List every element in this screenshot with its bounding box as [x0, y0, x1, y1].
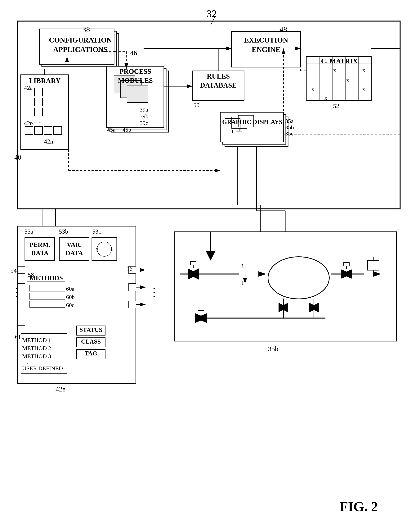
svg-marker-131: [195, 313, 207, 323]
svg-rect-31: [34, 88, 42, 96]
ref-42n: 42n: [44, 138, 53, 145]
svg-marker-107: [188, 268, 199, 280]
svg-text:x: x: [96, 246, 98, 251]
ref-35b: 35b: [285, 124, 294, 131]
svg-rect-35: [44, 98, 52, 106]
svg-rect-78: [92, 238, 117, 261]
svg-marker-127: [309, 303, 319, 312]
process-modules-label: PROCESSMODULES: [108, 67, 163, 85]
svg-rect-38: [44, 108, 52, 116]
user-defined-label: USER DEFINED: [22, 365, 63, 371]
svg-text:⋮: ⋮: [148, 286, 160, 298]
ref-54: 54: [11, 267, 17, 274]
rules-db-ref: 50: [193, 102, 199, 109]
svg-marker-128: [309, 303, 319, 312]
svg-rect-121: [344, 263, 349, 266]
perm-data-label: PERM.DATA: [25, 240, 54, 257]
svg-rect-36: [25, 108, 33, 116]
svg-rect-86: [18, 318, 25, 325]
svg-marker-124: [279, 303, 288, 312]
svg-text:x: x: [324, 95, 327, 101]
svg-rect-29: [220, 112, 283, 142]
var-data-label: VAR.DATA: [60, 240, 89, 257]
svg-rect-37: [34, 108, 42, 116]
svg-text:x: x: [362, 86, 365, 92]
svg-text:⋮: ⋮: [11, 286, 23, 298]
ref-53a: 53a: [25, 228, 33, 235]
ref-60b: 60b: [66, 294, 75, 300]
ref-53c: 53c: [92, 228, 101, 235]
ref-39c: 39c: [140, 120, 148, 126]
svg-text:↑: ↑: [241, 262, 244, 268]
svg-rect-32: [44, 88, 52, 96]
svg-rect-41: [44, 126, 52, 134]
ref-45b: 45b: [123, 126, 131, 133]
svg-marker-125: [279, 303, 288, 312]
ref-53b: 53b: [59, 228, 68, 235]
ref-61: 61: [15, 333, 21, 340]
tag-label: TAG: [77, 350, 105, 357]
ref-35c: 35c: [285, 130, 294, 137]
svg-rect-94: [30, 285, 65, 291]
svg-rect-85: [18, 301, 25, 308]
svg-marker-130: [195, 313, 207, 323]
ref-35a: 35a: [285, 118, 294, 124]
svg-rect-96: [30, 301, 65, 307]
svg-rect-133: [198, 307, 204, 310]
svg-rect-89: [129, 301, 136, 308]
svg-text:x: x: [333, 67, 336, 73]
svg-rect-88: [129, 284, 136, 291]
ref-60c: 60c: [66, 302, 74, 308]
class-label: CLASS: [77, 338, 105, 345]
config-app-label: CONFIGURATIONAPPLICATIONS: [45, 35, 116, 54]
svg-text:x: x: [311, 86, 314, 92]
svg-rect-45: [127, 85, 148, 103]
svg-rect-40: [34, 126, 42, 134]
rules-db-label: RULESDATABASE: [193, 72, 244, 90]
fig-caption: FIG. 2: [340, 499, 378, 515]
svg-point-79: [97, 242, 112, 256]
ref-42a: 42a: [24, 84, 33, 91]
method2-label: METHOD 2: [22, 345, 51, 352]
svg-rect-83: [18, 266, 25, 274]
ref-39a: 39a: [140, 106, 148, 113]
ref-56: 56: [126, 265, 132, 272]
svg-marker-105: [206, 251, 215, 261]
svg-rect-39: [25, 126, 33, 134]
library-label: LIBRARY: [21, 77, 69, 85]
ref-35b-lower: 35b: [268, 345, 278, 353]
exec-engine-ref: 48: [280, 25, 287, 34]
methods-label: METHODS: [27, 274, 65, 282]
method3-label: METHOD 3: [22, 353, 51, 359]
library-ref: 40: [14, 153, 21, 161]
svg-marker-118: [341, 269, 352, 279]
svg-rect-110: [191, 262, 196, 265]
svg-rect-33: [25, 98, 33, 106]
svg-text:x: x: [346, 77, 349, 83]
status-label: STATUS: [77, 326, 105, 333]
ref-46: 46: [130, 49, 137, 57]
c-matrix-ref: 52: [333, 103, 339, 110]
ref-39b: 39b: [140, 113, 148, 119]
graphic-displays-label: GRAPHIC DISPLAYS: [222, 118, 283, 126]
svg-rect-84: [18, 284, 25, 291]
ref-45a: 45a: [107, 126, 115, 133]
svg-rect-34: [34, 98, 42, 106]
svg-marker-108: [188, 268, 199, 280]
library-dots: · · ·: [30, 117, 40, 127]
svg-text:↓: ↓: [241, 279, 244, 286]
method1-label: METHOD 1: [22, 337, 51, 343]
svg-text:x: x: [110, 246, 113, 251]
svg-rect-42: [54, 126, 62, 134]
c-matrix-label: C. MATRIX: [308, 57, 371, 65]
exec-engine-label: EXECUTIONENGINE: [233, 35, 300, 54]
ref-42e-bottom: 42e: [56, 385, 66, 393]
ref-60a: 60a: [66, 285, 74, 292]
svg-text:x: x: [362, 67, 365, 73]
fig-number-tick: ╱: [210, 17, 215, 25]
svg-marker-119: [341, 269, 352, 279]
svg-rect-103: [174, 232, 396, 341]
config-app-ref: 38: [82, 25, 90, 34]
svg-rect-95: [30, 293, 65, 299]
svg-rect-134: [367, 261, 379, 270]
